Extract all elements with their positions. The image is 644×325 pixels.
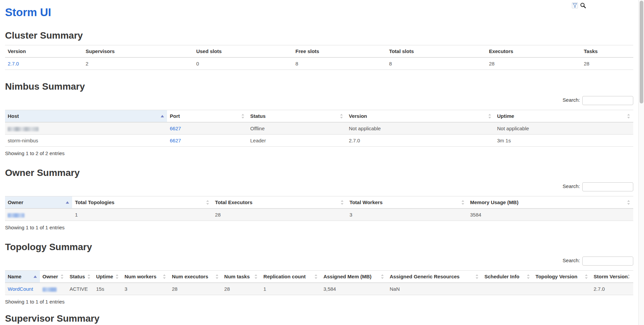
topology-summary-heading: Topology Summary: [5, 242, 633, 252]
sort-asc-icon: [66, 200, 69, 205]
sort-both-icon: [314, 274, 318, 279]
col-memory-usage[interactable]: Memory Usage (MB): [468, 196, 634, 209]
cluster-summary-heading: Cluster Summary: [5, 30, 633, 41]
col-assigned-mem[interactable]: Assigned Mem (MB): [321, 271, 387, 283]
nimbus-summary-table: Host Port Status Version Uptime 6627 Off…: [5, 110, 633, 147]
owner-total-workers-value: 3: [347, 208, 468, 221]
nimbus-search-label: Search:: [562, 97, 580, 103]
cluster-supervisors-value: 2: [83, 57, 194, 70]
col-free-slots: Free slots: [293, 45, 386, 58]
col-supervisors: Supervisors: [83, 45, 194, 58]
sort-both-icon: [254, 274, 258, 279]
topology-search-row: Search:: [5, 257, 633, 266]
cluster-version-link[interactable]: 2.7.0: [8, 61, 19, 66]
col-storm-version[interactable]: Storm Version: [591, 271, 633, 283]
sort-both-icon: [475, 274, 479, 279]
cluster-total-slots-value: 8: [386, 57, 486, 70]
scrollbar-thumb[interactable]: [640, 1, 643, 103]
sort-both-icon: [60, 274, 64, 279]
col-total-executors[interactable]: Total Executors: [212, 196, 347, 209]
nimbus-uptime-value: 3m 1s: [494, 135, 633, 147]
sort-both-icon: [461, 200, 465, 205]
sort-both-icon: [627, 200, 630, 205]
sort-asc-icon: [161, 113, 164, 119]
search-icon[interactable]: [580, 2, 586, 10]
col-total-slots: Total slots: [386, 45, 486, 58]
col-host[interactable]: Host: [5, 110, 167, 123]
app-title-link[interactable]: Storm UI: [5, 6, 51, 19]
sort-both-icon: [215, 274, 219, 279]
nimbus-status-value: Offline: [248, 122, 346, 135]
owner-total-topologies-value: 1: [72, 208, 212, 221]
col-num-tasks[interactable]: Num tasks: [222, 271, 261, 283]
cluster-executors-value: 28: [486, 57, 581, 70]
col-name[interactable]: Name: [5, 271, 40, 283]
cluster-free-slots-value: 8: [293, 57, 386, 70]
filter-icon[interactable]: [572, 2, 578, 8]
main-content: Storm UI Cluster Summary Version Supervi…: [0, 0, 644, 325]
owner-header-row: Owner Total Topologies Total Executors T…: [5, 196, 633, 209]
nimbus-version-value: Not applicable: [346, 122, 494, 135]
sort-both-icon: [488, 113, 491, 119]
col-uptime[interactable]: Uptime: [494, 110, 633, 123]
nimbus-search-row: Search:: [5, 96, 633, 105]
col-version: Version: [5, 45, 83, 58]
topology-num-executors-value: 28: [169, 283, 221, 295]
sort-both-icon: [527, 274, 530, 279]
sort-asc-icon: [34, 274, 37, 279]
redacted-host: [8, 127, 39, 131]
topology-header-row: Name Owner Status Uptime Num workers Num…: [5, 271, 633, 283]
col-total-topologies[interactable]: Total Topologies: [72, 196, 212, 209]
sort-both-icon: [87, 274, 91, 279]
cluster-tasks-value: 28: [581, 57, 633, 70]
sort-both-icon: [381, 274, 384, 279]
nimbus-search-input[interactable]: [582, 96, 633, 105]
topology-num-tasks-value: 28: [222, 283, 261, 295]
cluster-used-slots-value: 0: [194, 57, 293, 70]
topology-entries-info: Showing 1 to 1 of 1 entries: [5, 299, 633, 305]
col-assigned-generic-resources[interactable]: Assigned Generic Resources: [387, 271, 482, 283]
col-scheduler-info[interactable]: Scheduler Info: [482, 271, 533, 283]
nimbus-row-1: 6627 Offline Not applicable Not applicab…: [5, 122, 633, 135]
col-nimbus-version[interactable]: Version: [346, 110, 494, 123]
topology-status-value: ACTIVE: [67, 283, 93, 295]
sort-both-icon: [163, 274, 166, 279]
topology-assigned-generic-resources-value: NaN: [387, 283, 482, 295]
topology-assigned-mem-value: 3,584: [321, 283, 387, 295]
cluster-header-row: Version Supervisors Used slots Free slot…: [5, 45, 633, 58]
owner-total-executors-value: 28: [212, 208, 347, 221]
topology-version-value: [533, 283, 591, 295]
topology-storm-version-value: 2.7.0: [591, 283, 633, 295]
col-owner[interactable]: Owner: [5, 196, 72, 209]
col-total-workers[interactable]: Total Workers: [347, 196, 468, 209]
nimbus-status-value: Leader: [248, 135, 346, 147]
owner-search-row: Search:: [5, 182, 633, 191]
col-status[interactable]: Status: [248, 110, 346, 123]
owner-entries-info: Showing 1 to 1 of 1 entries: [5, 225, 633, 230]
scrollbar[interactable]: [638, 0, 644, 325]
owner-summary-table: Owner Total Topologies Total Executors T…: [5, 196, 633, 221]
topology-replication-count-value: 1: [261, 283, 321, 295]
sort-both-icon: [206, 200, 209, 205]
redacted-owner-link[interactable]: [43, 287, 57, 292]
nimbus-port-link[interactable]: 6627: [170, 126, 181, 131]
topology-search-input[interactable]: [582, 257, 633, 266]
nimbus-entries-info: Showing 1 to 2 of 2 entries: [5, 150, 633, 156]
col-num-workers[interactable]: Num workers: [122, 271, 169, 283]
col-port[interactable]: Port: [167, 110, 248, 123]
nimbus-port-link[interactable]: 6627: [170, 138, 181, 143]
col-topo-status[interactable]: Status: [67, 271, 93, 283]
col-topo-owner[interactable]: Owner: [40, 271, 67, 283]
redacted-owner-link[interactable]: [8, 213, 24, 218]
col-replication-count[interactable]: Replication count: [261, 271, 321, 283]
supervisor-summary-heading: Supervisor Summary: [5, 313, 633, 324]
owner-search-input[interactable]: [582, 182, 633, 191]
col-num-executors[interactable]: Num executors: [169, 271, 221, 283]
col-topology-version[interactable]: Topology Version: [533, 271, 591, 283]
topology-row: WordCount ACTIVE 15s 3 28 28 1 3,584 NaN…: [5, 283, 633, 295]
col-topo-uptime[interactable]: Uptime: [94, 271, 122, 283]
topology-uptime-value: 15s: [94, 283, 122, 295]
col-tasks: Tasks: [581, 45, 633, 58]
topology-name-link[interactable]: WordCount: [8, 286, 33, 292]
topology-scheduler-info-value: [482, 283, 533, 295]
